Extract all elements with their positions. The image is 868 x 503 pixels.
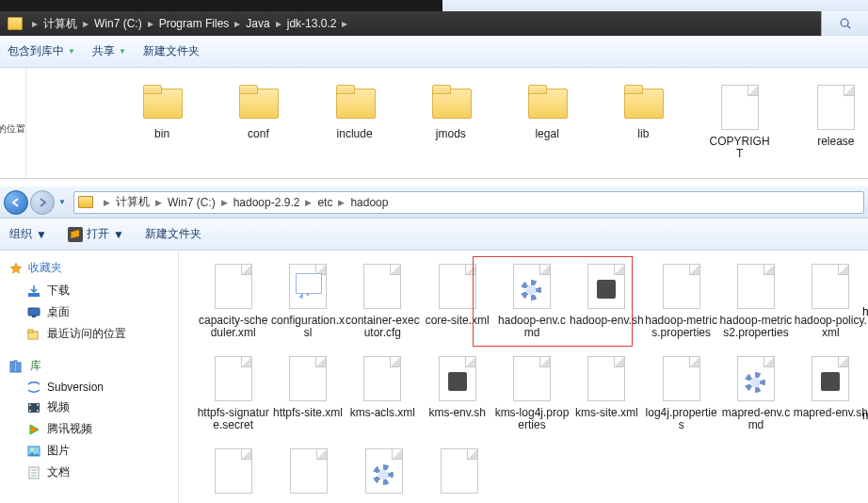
chevron-right-icon: ▶: [333, 198, 349, 207]
file-item[interactable]: include: [323, 85, 387, 140]
file-icon: [587, 264, 625, 309]
top-explorer-window: ▸ 计算机 ▸ Win7 (C:) ▸ Program Files ▸ Java…: [0, 0, 868, 179]
libraries-header[interactable]: 库: [9, 358, 178, 374]
include-library-button[interactable]: 包含到库中 ▼: [8, 43, 75, 59]
file-grid-top[interactable]: binconfincludejmodslegallibCOPYRIGHTrele…: [26, 68, 868, 178]
file-item[interactable]: kms-log4j.properties: [494, 356, 569, 431]
file-item[interactable]: conf: [226, 85, 290, 140]
file-item[interactable]: mapred-env.cmd: [718, 356, 793, 431]
sidebar-top-stub: 访问的位置: [0, 68, 26, 178]
file-item[interactable]: hadoop-policy.xml: [794, 264, 868, 339]
file-item[interactable]: hadoop-env.cmd: [494, 264, 569, 339]
file-label: release: [817, 136, 854, 148]
sidebar-hint: 访问的位置: [0, 121, 14, 138]
file-item[interactable]: [271, 448, 346, 494]
file-item[interactable]: bin: [130, 85, 194, 140]
breadcrumb-segment[interactable]: Win7 (C:): [92, 17, 144, 30]
share-button[interactable]: 共享 ▼: [92, 43, 126, 59]
breadcrumb-segment[interactable]: Win7 (C:): [167, 196, 217, 209]
file-item[interactable]: hadoop-metrics2.properties: [718, 264, 793, 339]
chevron-right-icon: ▸: [338, 17, 351, 30]
file-item[interactable]: hadoop-env.sh: [570, 264, 644, 339]
file-item[interactable]: kms-acls.xml: [346, 356, 420, 431]
label: 包含到库中: [8, 43, 64, 59]
chevron-right-icon: ▸: [79, 17, 92, 30]
file-item[interactable]: core-site.xml: [420, 264, 494, 339]
toolbar-bottom: 组织 ▼ 打开 ▼ 新建文件夹: [0, 219, 868, 251]
sidebar-item-recent[interactable]: 最近访问的位置: [9, 323, 178, 345]
file-icon: [812, 264, 849, 309]
history-dropdown[interactable]: ▼: [58, 198, 70, 206]
desktop-icon: [26, 306, 41, 319]
tencent-video-icon: [26, 423, 41, 436]
sidebar-item-desktop[interactable]: 桌面: [9, 301, 178, 323]
file-item[interactable]: [346, 448, 422, 494]
file-icon: [812, 356, 849, 401]
search-icon: [839, 17, 852, 30]
sidebar-item-downloads[interactable]: 下载: [9, 280, 178, 301]
file-item[interactable]: kms-site.xml: [570, 356, 644, 431]
file-item[interactable]: release: [804, 85, 868, 148]
label: 新建文件夹: [145, 226, 201, 242]
new-folder-button[interactable]: 新建文件夹: [145, 226, 201, 242]
file-item[interactable]: COPYRIGHT: [708, 85, 772, 160]
file-label: container-executor.cfg: [346, 315, 420, 339]
organize-button[interactable]: 组织 ▼: [9, 226, 47, 242]
breadcrumb-segment[interactable]: 计算机: [41, 16, 79, 32]
navigation-pane[interactable]: 收藏夹 下载 桌面 最近访问的位置 库 Subversion: [0, 251, 179, 503]
sidebar-item-documents[interactable]: 文档: [9, 462, 178, 483]
file-item[interactable]: [422, 448, 497, 494]
breadcrumb-segment[interactable]: etc: [316, 196, 333, 209]
file-item[interactable]: container-executor.cfg: [346, 264, 420, 339]
svg-point-16: [31, 447, 34, 450]
file-icon: [737, 356, 775, 401]
sidebar-item-videos[interactable]: 视频: [9, 397, 178, 418]
address-bar-top[interactable]: ▸ 计算机 ▸ Win7 (C:) ▸ Program Files ▸ Java…: [0, 11, 868, 36]
sidebar-item-tencent-video[interactable]: 腾讯视频: [9, 418, 178, 440]
file-item[interactable]: kms-env.sh: [420, 356, 494, 431]
sidebar-item-subversion[interactable]: Subversion: [9, 378, 178, 397]
favorites-header[interactable]: 收藏夹: [9, 260, 178, 276]
file-item[interactable]: lib: [611, 85, 675, 140]
address-bar-bottom[interactable]: ▶ 计算机 ▶ Win7 (C:) ▶ hadoop-2.9.2 ▶ etc ▶…: [73, 191, 864, 214]
file-item[interactable]: httpfs-signature.secret: [196, 356, 270, 431]
file-label: include: [337, 128, 373, 140]
breadcrumb-segment[interactable]: Program Files: [157, 17, 232, 30]
file-item[interactable]: legal: [515, 85, 579, 140]
label: 最近访问的位置: [47, 326, 126, 342]
video-icon: [26, 401, 41, 414]
window-titlebar: [0, 0, 868, 11]
label: 腾讯视频: [47, 421, 92, 437]
back-button[interactable]: [4, 190, 28, 215]
file-item[interactable]: mapred-env.sh: [794, 356, 868, 431]
breadcrumb-segment[interactable]: hadoop-2.9.2: [233, 196, 301, 209]
breadcrumb-segment[interactable]: 计算机: [115, 194, 151, 210]
file-item[interactable]: log4j.properties: [644, 356, 718, 431]
search-box[interactable]: [821, 11, 868, 36]
file-item[interactable]: httpfs-site.xml: [270, 356, 345, 431]
breadcrumb-segment[interactable]: hadoop: [349, 196, 389, 209]
file-item[interactable]: configuration.xsl: [270, 264, 345, 339]
chevron-right-icon: ▶: [217, 198, 233, 207]
sidebar-item-pictures[interactable]: 图片: [9, 440, 178, 462]
new-folder-button[interactable]: 新建文件夹: [143, 43, 200, 59]
recent-icon: [26, 328, 41, 341]
file-item[interactable]: jmods: [419, 85, 483, 140]
label: 文档: [47, 464, 70, 480]
folder-icon: [428, 85, 474, 122]
breadcrumb-segment[interactable]: jdk-13.0.2: [285, 17, 339, 30]
file-row: [196, 448, 868, 494]
file-item[interactable]: capacity-scheduler.xml: [196, 264, 270, 339]
label: 收藏夹: [28, 260, 62, 276]
svg-rect-9: [18, 363, 21, 372]
file-grid-bottom[interactable]: capacity-scheduler.xmlconfiguration.xslc…: [179, 251, 868, 503]
file-icon: [215, 264, 252, 309]
file-item[interactable]: hadoop-metrics.properties: [644, 264, 718, 339]
svg-line-1: [847, 25, 850, 28]
forward-button[interactable]: [30, 190, 55, 215]
file-label: capacity-scheduler.xml: [196, 315, 270, 339]
file-item[interactable]: [196, 448, 271, 494]
open-button[interactable]: 打开 ▼: [68, 226, 124, 242]
file-icon: [513, 356, 551, 401]
breadcrumb-segment[interactable]: Java: [244, 17, 271, 30]
